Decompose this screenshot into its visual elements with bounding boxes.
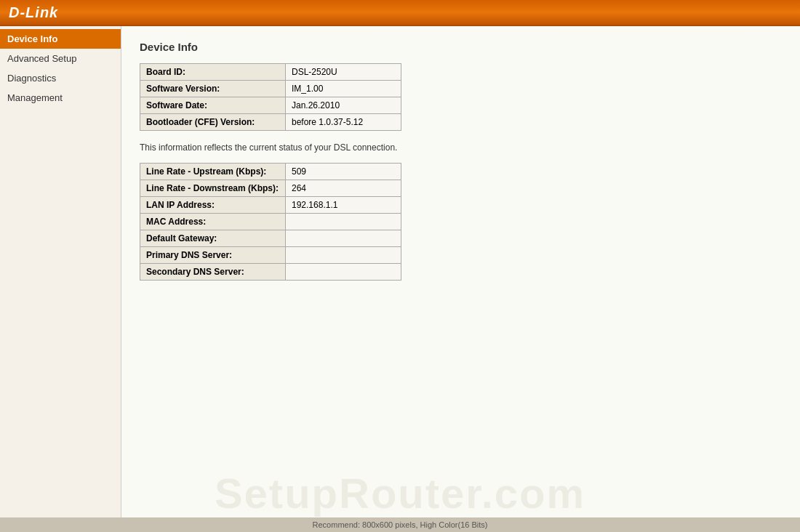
- sidebar-item-diagnostics[interactable]: Diagnostics: [0, 68, 121, 88]
- sidebar-item-advanced-setup[interactable]: Advanced Setup: [0, 49, 121, 68]
- table-row: Primary DNS Server:: [140, 247, 401, 264]
- row-label: Line Rate - Upstream (Kbps):: [140, 164, 286, 180]
- table-row: MAC Address:: [140, 214, 401, 230]
- row-value: before 1.0.37-5.12: [286, 114, 401, 131]
- connection-info-table: Line Rate - Upstream (Kbps):509Line Rate…: [140, 163, 401, 281]
- row-value: [286, 214, 401, 230]
- row-value: DSL-2520U: [286, 64, 401, 81]
- footer-text: Recommend: 800x600 pixels, High Color(16…: [313, 520, 488, 529]
- row-value: 509: [286, 164, 401, 180]
- row-value: [286, 247, 401, 264]
- row-label: Bootloader (CFE) Version:: [140, 114, 286, 131]
- sidebar: Device Info Advanced Setup Diagnostics M…: [0, 26, 121, 517]
- row-value: [286, 264, 401, 281]
- row-label: LAN IP Address:: [140, 197, 286, 214]
- row-label: Default Gateway:: [140, 230, 286, 247]
- table-row: Software Version:IM_1.00: [140, 81, 401, 97]
- table-row: Line Rate - Upstream (Kbps):509: [140, 164, 401, 180]
- device-info-table: Board ID:DSL-2520USoftware Version:IM_1.…: [140, 63, 401, 131]
- row-label: Software Date:: [140, 97, 286, 114]
- header: D-Link: [0, 0, 800, 26]
- row-label: Board ID:: [140, 64, 286, 81]
- row-label: MAC Address:: [140, 214, 286, 230]
- sidebar-item-management[interactable]: Management: [0, 88, 121, 108]
- row-value: 264: [286, 180, 401, 197]
- status-text: This information reflects the current st…: [140, 142, 782, 153]
- table-row: LAN IP Address:192.168.1.1: [140, 197, 401, 214]
- table-row: Line Rate - Downstream (Kbps):264: [140, 180, 401, 197]
- table-row: Bootloader (CFE) Version:before 1.0.37-5…: [140, 114, 401, 131]
- row-label: Primary DNS Server:: [140, 247, 286, 264]
- table-row: Software Date:Jan.26.2010: [140, 97, 401, 114]
- row-value: Jan.26.2010: [286, 97, 401, 114]
- row-label: Secondary DNS Server:: [140, 264, 286, 281]
- sidebar-item-device-info[interactable]: Device Info: [0, 29, 121, 49]
- row-value: IM_1.00: [286, 81, 401, 97]
- row-value: [286, 230, 401, 247]
- footer: Recommend: 800x600 pixels, High Color(16…: [0, 517, 800, 532]
- page-title: Device Info: [140, 41, 782, 53]
- main-layout: Device Info Advanced Setup Diagnostics M…: [0, 26, 800, 517]
- row-label: Software Version:: [140, 81, 286, 97]
- table-row: Board ID:DSL-2520U: [140, 64, 401, 81]
- table-row: Secondary DNS Server:: [140, 264, 401, 281]
- main-content: Device Info Board ID:DSL-2520USoftware V…: [121, 26, 800, 517]
- row-value: 192.168.1.1: [286, 197, 401, 214]
- row-label: Line Rate - Downstream (Kbps):: [140, 180, 286, 197]
- table-row: Default Gateway:: [140, 230, 401, 247]
- logo: D-Link: [9, 4, 58, 21]
